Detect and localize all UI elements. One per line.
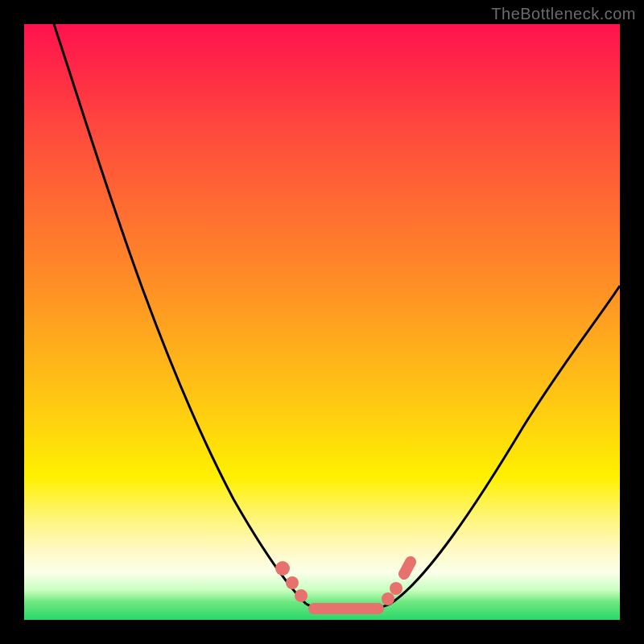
right-branch-region bbox=[382, 24, 620, 620]
plot-area bbox=[24, 24, 620, 620]
chart-frame: TheBottleneck.com bbox=[0, 0, 644, 644]
left-branch-region bbox=[24, 24, 322, 620]
watermark-text: TheBottleneck.com bbox=[491, 5, 636, 23]
